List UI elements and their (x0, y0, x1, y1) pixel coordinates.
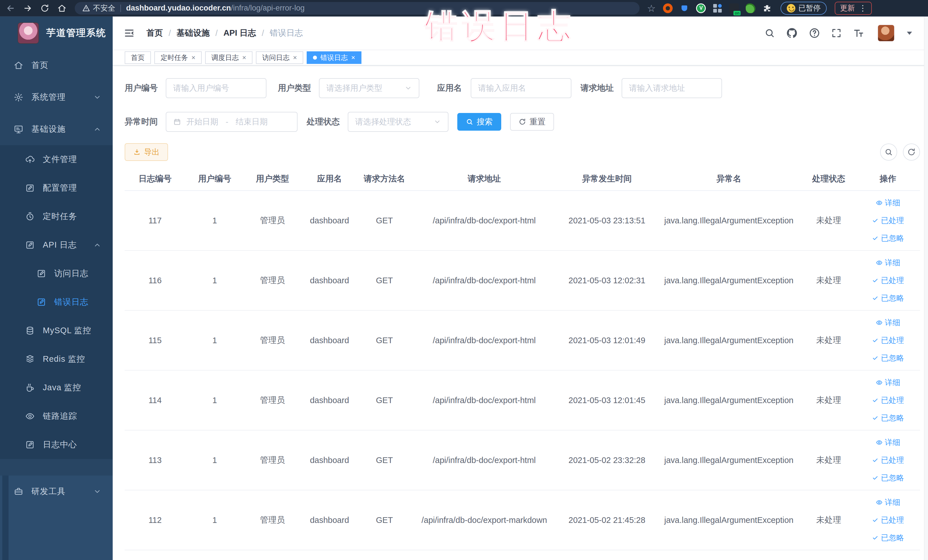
user-menu-caret-icon[interactable] (907, 32, 912, 35)
collapse-sidebar-icon[interactable] (124, 28, 134, 38)
sidebar-item-trace[interactable]: 链路追踪 (0, 402, 113, 430)
table-body: 1171管理员dashboardGET/api/infra/db-doc/exp… (125, 191, 920, 550)
action-已处理[interactable]: 已处理 (872, 215, 904, 226)
sidebar-item-api-log[interactable]: API 日志 (0, 231, 113, 259)
action-已处理[interactable]: 已处理 (872, 275, 904, 285)
exception-time-range-picker[interactable]: 开始日期 - 结束日期 (166, 112, 298, 132)
browser-forward-icon[interactable] (21, 2, 34, 15)
user-avatar[interactable] (878, 25, 894, 41)
sidebar-item-label: 错误日志 (54, 296, 89, 308)
page-scrollbar[interactable] (924, 17, 928, 560)
date-separator: - (226, 117, 228, 127)
hide-search-button[interactable] (880, 143, 897, 160)
sidebar-item-java[interactable]: Java 监控 (0, 374, 113, 402)
sidebar-item-redis[interactable]: Redis 监控 (0, 345, 113, 374)
url-host: dashboard.yudao.iocoder.cn (126, 4, 231, 12)
sidebar-item-label: API 日志 (43, 240, 77, 251)
export-button[interactable]: 导出 (125, 143, 168, 161)
action-已处理[interactable]: 已处理 (872, 515, 904, 525)
tags-view: 首页定时任务×调度日志×访问日志×错误日志× (113, 50, 928, 66)
bookmark-star-icon[interactable]: ☆ (647, 3, 656, 14)
browser-menu-icon[interactable]: ⋮ (859, 3, 867, 13)
request-url-input[interactable] (629, 84, 714, 93)
breadcrumb-item[interactable]: 基础设施 (177, 27, 210, 39)
breadcrumb-item[interactable]: 首页 (147, 27, 163, 39)
action-已忽略[interactable]: 已忽略 (872, 233, 904, 243)
help-icon[interactable] (809, 27, 820, 39)
cell-status: 未处理 (801, 250, 856, 310)
address-bar[interactable]: 不安全 dashboard.yudao.iocoder.cn/infra/log… (75, 2, 640, 15)
action-已忽略[interactable]: 已忽略 (872, 293, 904, 303)
sidebar-item-system[interactable]: 系统管理 (0, 81, 113, 113)
tab-close-icon[interactable]: × (191, 54, 195, 61)
action-已处理[interactable]: 已处理 (872, 395, 904, 405)
action-详细[interactable]: 详细 (876, 317, 901, 328)
action-已处理[interactable]: 已处理 (872, 455, 904, 465)
action-已忽略[interactable]: 已忽略 (872, 473, 904, 483)
extensions-puzzle-icon[interactable] (762, 3, 772, 13)
sidebar-item-file[interactable]: 文件管理 (0, 145, 113, 174)
process-status-select[interactable]: 请选择处理状态 (348, 112, 449, 132)
eye-icon (876, 259, 883, 266)
browser-toolbar: 不安全 dashboard.yudao.iocoder.cn/infra/log… (0, 0, 928, 17)
refresh-button[interactable] (903, 143, 920, 160)
action-已处理[interactable]: 已处理 (872, 335, 904, 345)
font-size-icon[interactable] (853, 27, 864, 39)
app-logo[interactable]: 芋道管理系统 (0, 17, 113, 49)
extension-grid-icon[interactable] (713, 3, 722, 13)
sidebar-item-config[interactable]: 配置管理 (0, 174, 113, 202)
action-已忽略[interactable]: 已忽略 (872, 353, 904, 363)
breadcrumb-item[interactable]: API 日志 (223, 27, 256, 39)
column-header-method: 请求方法名 (358, 167, 411, 191)
app-name-input[interactable] (478, 84, 564, 93)
cell-method: GET (358, 370, 411, 430)
sidebar-item-mysql[interactable]: MySQL 监控 (0, 316, 113, 345)
table-row: 1161管理员dashboardGET/api/infra/db-doc/exp… (125, 250, 920, 310)
action-详细[interactable]: 详细 (876, 258, 901, 268)
extension-orange-icon[interactable] (663, 3, 673, 13)
sidebar-item-home[interactable]: 首页 (0, 49, 113, 81)
tab-close-icon[interactable]: × (293, 54, 297, 61)
search-icon[interactable] (764, 27, 775, 38)
sidebar-item-access-log[interactable]: 访问日志 (0, 259, 113, 288)
browser-back-icon[interactable] (4, 2, 17, 15)
sidebar-item-dev-tools[interactable]: 研发工具 (0, 476, 113, 508)
action-详细[interactable]: 详细 (876, 377, 901, 388)
user-type-select[interactable]: 请选择用户类型 (319, 78, 419, 98)
tab-错误日志[interactable]: 错误日志× (307, 51, 362, 64)
sidebar-item-job[interactable]: 定时任务 (0, 202, 113, 231)
browser-reload-icon[interactable] (38, 2, 51, 15)
check-icon (872, 415, 879, 421)
browser-home-icon[interactable] (55, 2, 69, 15)
tab-定时任务[interactable]: 定时任务× (154, 51, 202, 64)
extension-switch-icon[interactable] (729, 3, 739, 13)
tab-close-icon[interactable]: × (351, 54, 355, 61)
search-button[interactable]: 搜索 (457, 113, 501, 131)
extension-leaf-icon[interactable] (746, 3, 756, 13)
reset-button[interactable]: 重置 (510, 113, 554, 131)
extension-blue-icon[interactable] (679, 3, 689, 13)
user-id-input[interactable] (173, 84, 259, 93)
breadcrumb-item: 错误日志 (270, 27, 303, 39)
tab-首页[interactable]: 首页 (125, 51, 151, 64)
action-详细[interactable]: 详细 (876, 497, 901, 508)
process-status-label: 处理状态 (307, 116, 340, 128)
tab-访问日志[interactable]: 访问日志× (256, 51, 303, 64)
tab-调度日志[interactable]: 调度日志× (205, 51, 252, 64)
cell-status: 未处理 (801, 191, 856, 250)
action-已忽略[interactable]: 已忽略 (872, 413, 904, 423)
action-label: 已忽略 (881, 233, 904, 243)
fullscreen-icon[interactable] (831, 27, 842, 38)
trace-icon (25, 411, 35, 421)
sidebar-item-log-center[interactable]: 日志中心 (0, 430, 113, 459)
github-icon[interactable] (786, 27, 798, 39)
extension-green-icon[interactable] (696, 3, 706, 13)
action-详细[interactable]: 详细 (876, 437, 901, 448)
action-已忽略[interactable]: 已忽略 (872, 533, 904, 543)
update-button[interactable]: 更新 ⋮ (835, 2, 872, 15)
sidebar-item-infra[interactable]: 基础设施 (0, 113, 113, 145)
sidebar-item-error-log[interactable]: 错误日志 (0, 288, 113, 316)
tab-close-icon[interactable]: × (242, 54, 246, 61)
paused-extension-pill[interactable]: 已暂停 (780, 2, 827, 15)
action-详细[interactable]: 详细 (876, 198, 901, 208)
